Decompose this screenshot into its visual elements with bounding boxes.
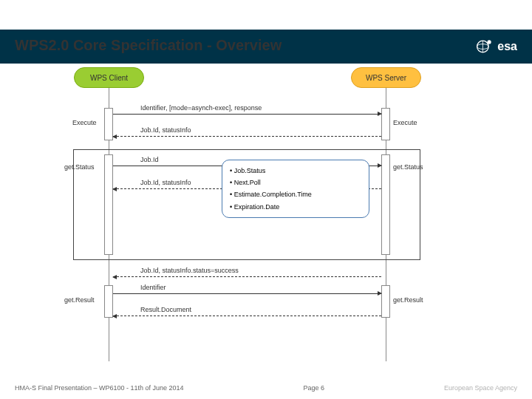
- callout-item: Expiration.Date: [230, 201, 361, 213]
- msg-identifier-request: Identifier, [mode=asynch-exec], response: [140, 104, 262, 112]
- op-getstatus-right: get.Status: [393, 163, 423, 171]
- callout-item: Next.Poll: [230, 177, 361, 188]
- callout-item: Estimate.Completion.Time: [230, 188, 361, 200]
- arrow-left-icon: [113, 136, 381, 137]
- msg-jobid-statusinfo-2: Job.Id, statusInfo: [140, 179, 191, 186]
- msg-jobid: Job.Id: [140, 156, 159, 163]
- esa-logo-icon: [475, 37, 494, 56]
- callout-item: Job.Status: [230, 165, 361, 177]
- msg-status-success: Job.Id, statusInfo.status=success: [140, 267, 239, 274]
- footer-agency: European Space Agency: [444, 384, 517, 392]
- activation-box: [381, 108, 390, 140]
- op-execute-left: Execute: [72, 119, 97, 126]
- arrow-right-icon: [113, 293, 381, 294]
- op-getstatus-left: get.Status: [64, 163, 95, 171]
- esa-logo: esa: [475, 37, 517, 56]
- status-callout: Job.Status Next.Poll Estimate.Completion…: [222, 160, 369, 218]
- footer-left: HMA-S Final Presentation – WP6100 - 11th…: [15, 384, 184, 392]
- logo-text: esa: [497, 40, 517, 53]
- header: WPS2.0 Core Specification - Overview esa: [0, 30, 532, 64]
- msg-identifier: Identifier: [140, 284, 166, 291]
- participant-client: WPS Client: [74, 67, 144, 88]
- sequence-diagram: WPS Client WPS Server Execute Execute ge…: [0, 64, 532, 359]
- op-getresult-left: get.Result: [64, 296, 95, 304]
- op-getresult-right: get.Result: [393, 296, 423, 304]
- svg-point-3: [488, 40, 491, 44]
- activation-box: [381, 285, 390, 318]
- op-execute-right: Execute: [393, 119, 417, 126]
- activation-box: [104, 285, 113, 318]
- page-title: WPS2.0 Core Specification - Overview: [0, 30, 282, 54]
- msg-jobid-statusinfo: Job.Id, statusInfo: [140, 126, 191, 134]
- arrow-left-icon: [113, 276, 381, 277]
- participant-server: WPS Server: [351, 67, 421, 88]
- msg-result-document: Result.Document: [140, 306, 191, 313]
- footer: HMA-S Final Presentation – WP6100 - 11th…: [0, 384, 532, 392]
- arrow-right-icon: [113, 114, 381, 115]
- arrow-left-icon: [113, 316, 381, 316]
- page-number: Page 6: [304, 384, 325, 392]
